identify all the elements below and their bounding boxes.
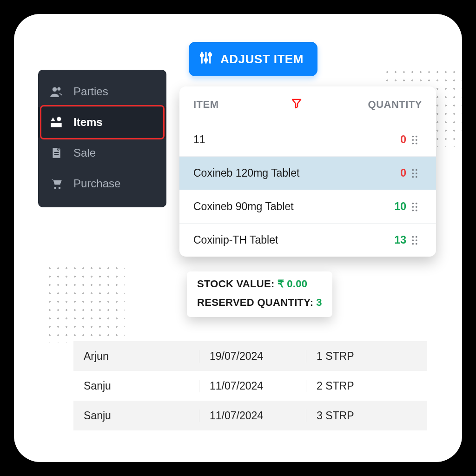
item-name: Coxineb 90mg Tablet xyxy=(193,200,377,213)
svg-marker-2 xyxy=(51,118,55,121)
svg-point-13 xyxy=(205,59,207,61)
svg-point-26 xyxy=(416,172,417,174)
item-name: Coxineb 120mg Tablet xyxy=(193,167,377,179)
svg-point-22 xyxy=(416,142,417,144)
shapes-icon xyxy=(49,115,63,129)
sidebar-item-label: Sale xyxy=(73,146,96,159)
stock-summary: STOCK VALUE: ₹ 0.00 RESERVED QUANTITY: 3 xyxy=(187,271,332,317)
item-row[interactable]: Coxineb 90mg Tablet 10 xyxy=(179,190,436,223)
svg-point-29 xyxy=(412,202,414,204)
tx-qty: 3 STRP xyxy=(306,410,427,422)
svg-point-28 xyxy=(416,176,417,178)
cart-icon xyxy=(49,177,63,191)
svg-point-20 xyxy=(416,139,417,141)
drag-handle-icon[interactable] xyxy=(406,135,423,145)
table-row[interactable]: Arjun 19/07/2024 1 STRP xyxy=(73,341,427,371)
stock-value: ₹ 0.00 xyxy=(278,278,308,290)
sidebar-item-label: Purchase xyxy=(73,177,120,190)
svg-point-37 xyxy=(412,239,414,241)
sidebar: Parties Items Sale Purchase xyxy=(38,70,166,207)
tx-date: 19/07/2024 xyxy=(199,350,306,363)
item-name: 11 xyxy=(193,133,377,146)
header-item[interactable]: ITEM xyxy=(193,99,291,111)
sliders-icon xyxy=(199,51,213,68)
adjust-item-label: ADJUST ITEM xyxy=(220,52,304,66)
svg-point-34 xyxy=(416,209,417,211)
svg-rect-6 xyxy=(54,152,59,153)
tx-name: Sanju xyxy=(73,410,199,422)
item-qty: 0 xyxy=(377,133,406,146)
adjust-item-button[interactable]: ADJUST ITEM xyxy=(189,42,317,76)
app-frame: Parties Items Sale Purchase xyxy=(14,14,462,462)
svg-point-19 xyxy=(412,139,414,141)
item-row[interactable]: Coxineb 120mg Tablet 0 xyxy=(179,156,436,190)
svg-point-21 xyxy=(412,142,414,144)
svg-point-40 xyxy=(416,243,417,245)
users-icon xyxy=(49,85,63,99)
svg-point-39 xyxy=(412,243,414,245)
svg-point-0 xyxy=(53,87,57,92)
svg-point-11 xyxy=(200,54,203,57)
svg-point-23 xyxy=(412,169,414,171)
decor-dots-bottom-left xyxy=(46,264,125,343)
item-qty: 0 xyxy=(377,167,406,179)
table-row[interactable]: Sanju 11/07/2024 3 STRP xyxy=(73,401,427,430)
svg-point-35 xyxy=(412,236,414,238)
sidebar-item-label: Parties xyxy=(73,85,108,98)
drag-handle-icon[interactable] xyxy=(406,202,423,212)
sidebar-item-items[interactable]: Items xyxy=(38,107,166,138)
sidebar-item-parties[interactable]: Parties xyxy=(38,76,166,107)
svg-point-27 xyxy=(412,176,414,178)
tx-qty: 2 STRP xyxy=(306,380,427,392)
svg-rect-7 xyxy=(54,154,59,155)
svg-point-33 xyxy=(412,209,414,211)
svg-point-9 xyxy=(59,187,61,189)
item-list-header: ITEM QUANTITY xyxy=(179,86,436,123)
tx-name: Arjun xyxy=(73,350,199,363)
transactions-table: Arjun 19/07/2024 1 STRP Sanju 11/07/2024… xyxy=(73,341,427,430)
svg-point-17 xyxy=(412,135,414,137)
stock-value-label: STOCK VALUE: xyxy=(197,278,275,290)
sidebar-item-sale[interactable]: Sale xyxy=(38,138,166,168)
tx-name: Sanju xyxy=(73,380,199,392)
invoice-icon xyxy=(49,146,63,160)
svg-rect-4 xyxy=(51,123,61,127)
sidebar-item-purchase[interactable]: Purchase xyxy=(38,168,166,199)
filter-icon[interactable] xyxy=(291,98,302,112)
table-row[interactable]: Sanju 11/07/2024 2 STRP xyxy=(73,371,427,401)
svg-point-32 xyxy=(416,206,417,208)
item-list-card: ITEM QUANTITY 11 0 Coxineb 120mg Tablet … xyxy=(179,86,436,257)
svg-point-38 xyxy=(416,239,417,241)
svg-point-15 xyxy=(209,53,212,56)
reserved-qty-label: RESERVED QUANTITY: xyxy=(197,297,313,309)
svg-marker-16 xyxy=(292,99,301,108)
tx-qty: 1 STRP xyxy=(306,350,427,363)
header-quantity[interactable]: QUANTITY xyxy=(352,99,422,111)
item-row[interactable]: Coxinip-TH Tablet 13 xyxy=(179,223,436,257)
reserved-qty-value: 3 xyxy=(316,297,322,309)
svg-point-3 xyxy=(57,117,61,121)
svg-point-8 xyxy=(54,187,56,189)
item-name: Coxinip-TH Tablet xyxy=(193,234,377,246)
tx-date: 11/07/2024 xyxy=(199,410,306,422)
svg-point-31 xyxy=(412,206,414,208)
svg-point-36 xyxy=(416,236,417,238)
tx-date: 11/07/2024 xyxy=(199,380,306,392)
sidebar-item-label: Items xyxy=(73,116,103,129)
svg-point-1 xyxy=(57,87,60,91)
item-qty: 10 xyxy=(377,200,406,213)
item-row[interactable]: 11 0 xyxy=(179,123,436,156)
svg-point-25 xyxy=(412,172,414,174)
drag-handle-icon[interactable] xyxy=(406,236,423,245)
item-qty: 13 xyxy=(377,234,406,246)
drag-handle-icon[interactable] xyxy=(406,169,423,178)
svg-point-30 xyxy=(416,202,417,204)
svg-point-18 xyxy=(416,135,417,137)
svg-point-24 xyxy=(416,169,417,171)
